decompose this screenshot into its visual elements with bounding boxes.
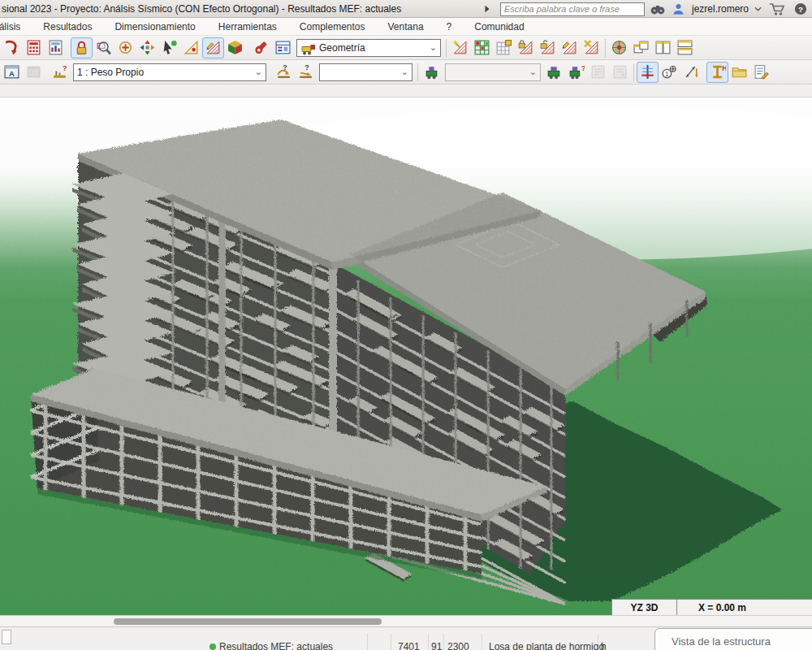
window-cascade-button[interactable] [630,37,652,58]
bottom-left-tab[interactable] [2,630,11,644]
panel-disabled-2-icon [611,63,628,80]
cart-icon[interactable] [767,2,788,16]
zoom-window-button[interactable] [93,37,114,58]
window-disabled-button[interactable] [23,62,45,83]
structure-3d-scene[interactable] [0,98,812,615]
mesh-unlock-button[interactable] [537,37,559,58]
menu-item-herramientas[interactable]: Herramientas [207,19,288,35]
window-tile-button[interactable] [652,37,674,58]
username-label[interactable]: jezrel.romero [692,3,749,15]
empty-combobox[interactable]: ⌄ [445,63,541,81]
load-arrow-1-button[interactable]: ? [273,62,295,83]
lock-button[interactable] [71,37,93,58]
menu-item-complementos[interactable]: Complementos [288,19,377,35]
lock-icon [73,39,90,56]
calc-results-icon [47,39,64,56]
menu-item-[interactable]: ? [435,19,464,35]
grid-visibility-button[interactable] [471,37,493,58]
wrench-button[interactable] [250,37,272,58]
snap-target-button[interactable] [608,37,630,58]
menu-item-comunidad[interactable]: Comunidad [463,19,535,35]
calculator-button[interactable] [23,37,45,58]
toolbar-separator [633,63,634,81]
viewport-status-cells: YZ 3D X = 0.00 m [611,599,812,615]
toolbar-loadcases: A?1 : Peso Propio⌄??⌄⌄?1H [0,60,812,84]
status-item: 2300 [447,641,469,650]
menu-item-dimensionamiento[interactable]: Dimensionamiento [103,19,206,35]
axes-mesh-button[interactable] [637,62,659,83]
machine-green-button[interactable] [421,62,443,83]
1---peso-propio-combobox[interactable]: 1 : Peso Propio⌄ [73,63,266,81]
structure-view-panel-title: Vista de la estructura [672,635,771,648]
panel-disabled-2-button[interactable] [609,62,631,83]
chevron-down-icon[interactable]: ⌄ [401,67,408,77]
load-arrow-2-button[interactable]: ? [295,62,317,83]
search-input[interactable] [500,2,645,16]
tables-panel-icon [274,39,292,56]
mesh-wand-button[interactable] [449,37,471,58]
workplane-cell[interactable]: X = 0.00 m [676,599,812,615]
user-icon[interactable] [671,2,687,16]
mesh-delete-button[interactable] [581,37,603,58]
geometr-a-combobox[interactable]: Geometría⌄ [296,39,441,57]
model-viewport[interactable]: YZ 3D X = 0.00 m [0,84,812,615]
machine-green-2-button[interactable] [543,62,565,83]
combobox-value: Geometría [319,42,426,54]
menu-item-resultados[interactable]: Resultados [32,19,103,35]
folder-button[interactable] [728,62,750,83]
chevron-down-icon[interactable]: ⌄ [529,67,537,77]
select-special-icon [161,39,178,56]
zoom-in-button[interactable] [114,37,136,58]
grid-cells-icon [495,39,512,56]
window-disabled-icon [25,63,42,80]
undo-arrow-button[interactable] [1,37,23,58]
undo-arrow-icon [3,39,20,56]
load-arrow-1-icon: ? [275,63,292,80]
structure-view-panel[interactable]: Vista de la estructura [654,628,812,650]
dim-lines-button[interactable] [680,62,702,83]
dim-symbols-button[interactable]: 1 [659,62,680,83]
mesh-draw-button[interactable] [559,37,581,58]
horizontal-scrollbar-thumb[interactable] [114,618,382,625]
menu-item-ventana[interactable]: Ventana [377,19,435,35]
toolbar-separator [605,39,606,57]
mesh-edit-button[interactable] [202,37,224,58]
loadcase-help-button[interactable]: ? [49,62,71,83]
grid-cells-button[interactable] [493,37,515,58]
mesh-edit-icon [205,39,222,56]
tables-panel-button[interactable] [272,37,294,58]
render-view-button[interactable] [224,37,246,58]
svg-text:?: ? [798,5,803,14]
menu-item-anlisis[interactable]: Análisis [0,19,32,35]
pan-views-button[interactable] [136,37,158,58]
status-separator [443,634,444,650]
caret-down-icon[interactable] [754,2,762,16]
status-separator [391,634,391,650]
svg-text:?: ? [283,63,287,72]
machine-help-button[interactable]: ? [565,62,587,83]
view-orientation-cell[interactable]: YZ 3D [611,599,676,615]
chevron-down-icon[interactable]: ⌄ [430,42,437,53]
empty-combobox[interactable]: ⌄ [319,63,412,81]
expand-arrow-icon[interactable] [479,2,495,16]
panel-disabled-1-button[interactable] [587,62,609,83]
binoculars-icon[interactable] [650,2,666,16]
window-a-button[interactable]: A [1,62,23,83]
mesh-unlock-icon [539,39,556,56]
status-bar: Resultados MEF: actuales7401912300Losa d… [0,626,812,650]
measure-button[interactable] [180,37,202,58]
svg-text:?: ? [63,63,67,72]
snap-target-icon [611,39,628,56]
select-special-button[interactable] [158,37,180,58]
calculator-icon [25,39,42,56]
window-arrange-button[interactable] [674,37,696,58]
calc-results-button[interactable] [45,37,67,58]
horizontal-scrollbar[interactable] [0,615,812,626]
chevron-down-icon[interactable]: ⌄ [255,67,262,77]
mesh-lock-button[interactable] [515,37,537,58]
help-icon[interactable]: ? [793,2,809,16]
notes-edit-icon [753,63,770,80]
section-ibeam-button[interactable]: H [706,62,728,83]
notes-edit-button[interactable] [750,62,772,83]
machine-green-2-icon [546,63,563,80]
